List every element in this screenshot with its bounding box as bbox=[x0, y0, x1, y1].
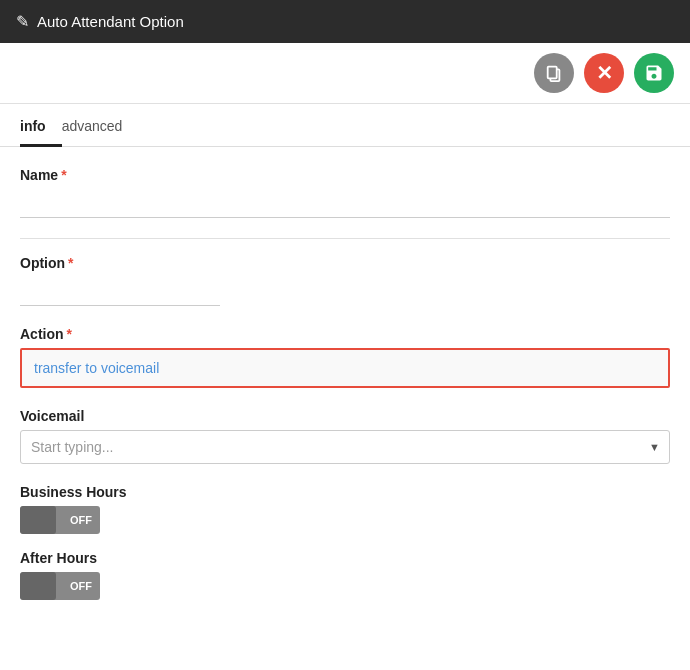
app-header: ✎ Auto Attendant Option bbox=[0, 0, 690, 43]
after-hours-toggle-text: OFF bbox=[70, 580, 92, 592]
business-hours-group: Business Hours OFF bbox=[20, 484, 670, 534]
voicemail-select[interactable]: Start typing... bbox=[20, 430, 670, 464]
after-hours-group: After Hours OFF bbox=[20, 550, 670, 600]
after-hours-label: After Hours bbox=[20, 550, 670, 566]
tab-info[interactable]: info bbox=[20, 108, 62, 147]
save-button[interactable] bbox=[634, 53, 674, 93]
option-input[interactable] bbox=[20, 277, 220, 306]
option-label: Option* bbox=[20, 255, 670, 271]
toolbar: ✕ bbox=[0, 43, 690, 104]
action-label: Action* bbox=[20, 326, 670, 342]
close-icon: ✕ bbox=[596, 61, 613, 85]
business-hours-label: Business Hours bbox=[20, 484, 670, 500]
voicemail-select-wrapper: Start typing... bbox=[20, 430, 670, 464]
tab-advanced[interactable]: advanced bbox=[62, 108, 139, 147]
header-title: Auto Attendant Option bbox=[37, 13, 184, 30]
toggle-knob-after bbox=[20, 572, 56, 600]
tab-bar: info advanced bbox=[0, 108, 690, 147]
name-input[interactable] bbox=[20, 189, 670, 218]
edit-icon: ✎ bbox=[16, 12, 29, 31]
name-group: Name* bbox=[20, 167, 670, 218]
action-field[interactable]: transfer to voicemail bbox=[20, 348, 670, 388]
voicemail-group: Voicemail Start typing... bbox=[20, 408, 670, 464]
voicemail-label: Voicemail bbox=[20, 408, 670, 424]
business-hours-toggle[interactable]: OFF bbox=[20, 506, 100, 534]
toggle-knob-business bbox=[20, 506, 56, 534]
close-button[interactable]: ✕ bbox=[584, 53, 624, 93]
divider-1 bbox=[20, 238, 670, 239]
action-group: Action* transfer to voicemail bbox=[20, 326, 670, 388]
business-hours-toggle-text: OFF bbox=[70, 514, 92, 526]
option-group: Option* bbox=[20, 255, 670, 306]
name-label: Name* bbox=[20, 167, 670, 183]
after-hours-toggle[interactable]: OFF bbox=[20, 572, 100, 600]
svg-rect-1 bbox=[548, 67, 557, 79]
copy-button[interactable] bbox=[534, 53, 574, 93]
form-body: Name* Option* Action* transfer to voicem… bbox=[0, 147, 690, 636]
